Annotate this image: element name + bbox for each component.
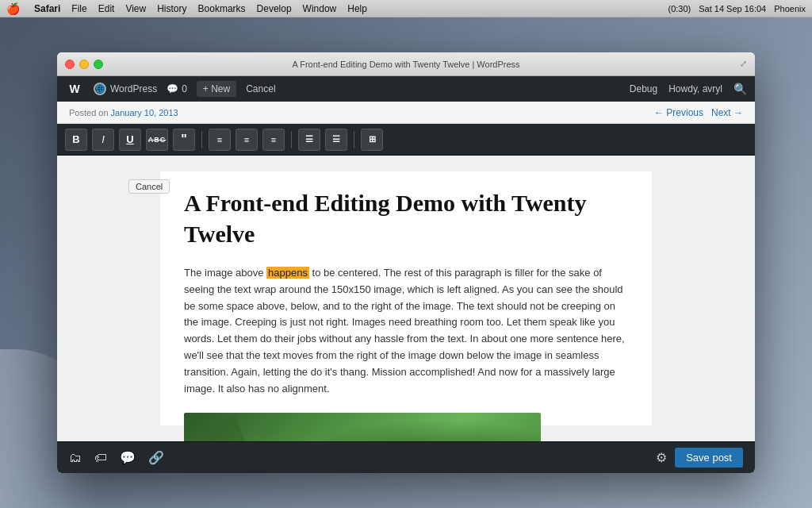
body-text-after-highlight: to be centered. The rest of this paragra…: [184, 267, 625, 394]
underline-button[interactable]: U: [119, 129, 141, 151]
post-metadata: Posted on January 10, 2013: [69, 108, 654, 117]
bottom-toolbar: 🗂 🏷 💬 🔗 ⚙ Save post: [57, 441, 755, 473]
toolbar-divider-3: [354, 131, 354, 148]
history-menu[interactable]: History: [157, 3, 186, 14]
comments-icon[interactable]: 💬: [120, 450, 136, 465]
wp-admin-bar: W 🌐 WordPress 💬 0 + New Cancel Debug How…: [57, 76, 755, 102]
media-library-icon[interactable]: 🗂: [69, 451, 82, 465]
comment-icon: 💬: [167, 83, 178, 94]
hostname-display: Phoenix: [774, 4, 806, 13]
inline-cancel-button[interactable]: Cancel: [128, 179, 170, 194]
help-menu[interactable]: Help: [347, 3, 367, 14]
align-left-button[interactable]: ≡: [209, 129, 231, 151]
italic-button[interactable]: I: [92, 129, 114, 151]
minimize-button[interactable]: [79, 60, 89, 69]
file-menu[interactable]: File: [71, 3, 86, 14]
close-button[interactable]: [65, 60, 75, 69]
settings-icon[interactable]: ⚙: [656, 450, 667, 465]
align-right-button[interactable]: ≡: [262, 129, 285, 151]
article-body: The image above happens to be centered. …: [184, 265, 628, 397]
safari-menu[interactable]: Safari: [34, 3, 60, 14]
wp-site-name[interactable]: 🌐 WordPress: [94, 83, 157, 95]
article-image: [184, 413, 541, 441]
body-text-before-highlight: The image above: [184, 267, 266, 279]
next-post-link[interactable]: Next →: [711, 107, 743, 118]
blockquote-button[interactable]: ": [173, 129, 195, 151]
battery-indicator: (0:30): [668, 4, 691, 13]
unordered-list-button[interactable]: ☰: [298, 129, 320, 151]
new-content-button[interactable]: + New: [197, 81, 236, 97]
strikethrough-button[interactable]: ABC: [146, 129, 168, 151]
browser-window: A Front-end Editing Demo with Twenty Twe…: [57, 52, 755, 473]
traffic-lights: [65, 60, 103, 69]
howdy-label[interactable]: Howdy, avryl: [668, 83, 722, 94]
search-icon[interactable]: 🔍: [733, 83, 747, 95]
view-menu[interactable]: View: [125, 3, 146, 14]
table-button[interactable]: ⊞: [361, 129, 383, 151]
site-name-label: WordPress: [110, 83, 157, 94]
expand-icon[interactable]: ⤢: [740, 59, 747, 69]
comment-count-number: 0: [182, 83, 187, 94]
globe-icon: 🌐: [94, 83, 106, 95]
ordered-list-button[interactable]: ☰: [325, 129, 347, 151]
editor-toolbar: B I U ABC " ≡ ≡ ≡ ☰ ☰ ⊞: [57, 124, 755, 156]
window-title: A Front-end Editing Demo with Twenty Twe…: [292, 60, 519, 69]
article-title: A Front-end Editing Demo with Twenty Twe…: [184, 187, 628, 249]
apple-menu[interactable]: 🍎: [6, 2, 20, 15]
top-navigation: Posted on January 10, 2013 ← Previous Ne…: [57, 102, 755, 124]
datetime-display: Sat 14 Sep 16:04: [699, 4, 766, 13]
wp-logo[interactable]: W: [65, 79, 84, 98]
save-post-button[interactable]: Save post: [675, 448, 743, 468]
title-bar: A Front-end Editing Demo with Twenty Twe…: [57, 52, 755, 76]
bottom-toolbar-right: ⚙ Save post: [656, 448, 743, 468]
link-icon[interactable]: 🔗: [148, 450, 164, 465]
maximize-button[interactable]: [94, 60, 103, 69]
align-center-button[interactable]: ≡: [236, 129, 258, 151]
highlighted-word: happens: [266, 267, 309, 279]
bookmarks-menu[interactable]: Bookmarks: [198, 3, 246, 14]
develop-menu[interactable]: Develop: [257, 3, 292, 14]
comment-count[interactable]: 💬 0: [167, 83, 187, 94]
desktop: A Front-end Editing Demo with Twenty Twe…: [0, 17, 812, 508]
content-area[interactable]: Cancel A Front-end Editing Demo with Twe…: [57, 156, 755, 441]
window-menu[interactable]: Window: [303, 3, 337, 14]
edit-menu[interactable]: Edit: [98, 3, 115, 14]
debug-link[interactable]: Debug: [630, 83, 657, 94]
admin-bar-right: Debug Howdy, avryl 🔍: [630, 83, 747, 95]
mac-menubar: 🍎 Safari File Edit View History Bookmark…: [0, 0, 812, 17]
post-date-link[interactable]: January 10, 2013: [111, 108, 178, 117]
cancel-button[interactable]: Cancel: [246, 83, 275, 94]
post-navigation-links: ← Previous Next →: [654, 107, 743, 118]
bold-button[interactable]: B: [65, 129, 87, 151]
article-container: Cancel A Front-end Editing Demo with Twe…: [160, 171, 652, 425]
previous-post-link[interactable]: ← Previous: [654, 107, 703, 118]
tags-icon[interactable]: 🏷: [94, 451, 107, 465]
toolbar-divider: [201, 131, 202, 148]
toolbar-divider-2: [291, 131, 292, 148]
posted-on-label: Posted on: [69, 108, 109, 117]
